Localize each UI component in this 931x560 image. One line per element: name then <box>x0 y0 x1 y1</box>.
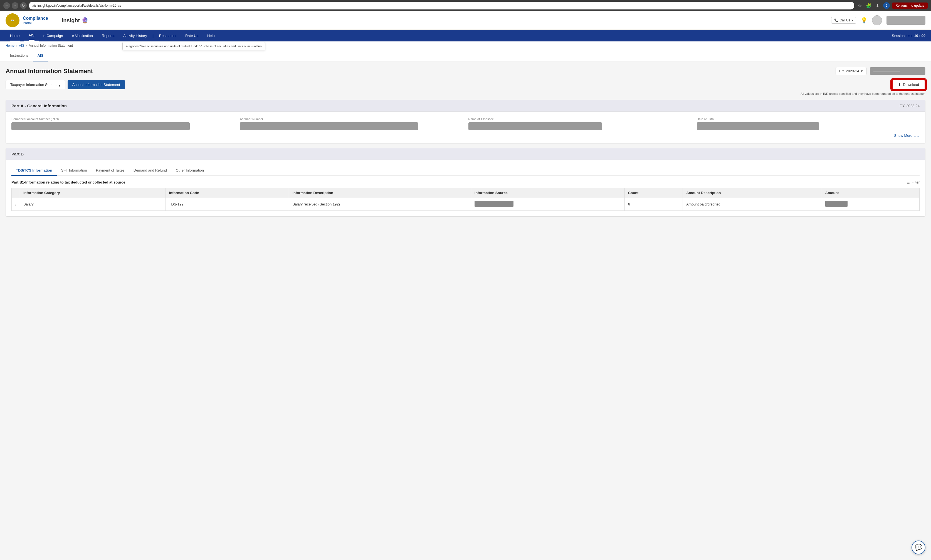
logo-section: 🇮🇳 Compliance Portal Insight 🔮 <box>6 13 88 27</box>
browser-actions: ☆ 🧩 ⬇ J Relaunch to update <box>856 2 928 9</box>
download-button[interactable]: ⬇ Download <box>892 80 925 90</box>
address-bar[interactable]: ais.insight.gov.in/complianceportal/ais/… <box>29 2 854 9</box>
part-a-title: Part A - General Information <box>11 103 67 108</box>
download-icon: ⬇ <box>898 83 901 87</box>
header-right: 📞 Call Us ▾ 💡 <box>831 15 925 25</box>
dob-label: Date of Birth <box>697 117 920 121</box>
nav-item-resources[interactable]: Resources <box>155 30 181 42</box>
browser-chrome: ← → ↻ ais.insight.gov.in/complianceporta… <box>0 0 931 11</box>
section-header-row: Part B1-Information relating to tax dedu… <box>11 180 920 185</box>
portal-sub: Portal <box>23 21 48 25</box>
th-info-description: Information Description <box>289 188 471 198</box>
call-us-button[interactable]: 📞 Call Us ▾ <box>831 17 856 24</box>
part-b-tab-sft[interactable]: SFT Information <box>57 165 91 176</box>
th-info-source: Information Source <box>471 188 625 198</box>
row-amount <box>822 198 919 211</box>
forward-button[interactable]: → <box>12 2 18 9</box>
part-b-tab-payment[interactable]: Payment of Taxes <box>91 165 129 176</box>
bulb-icon[interactable]: 💡 <box>861 17 868 24</box>
user-profile-picture <box>872 15 882 25</box>
call-us-label: Call Us <box>840 18 850 22</box>
nav-item-ecampaign[interactable]: e-Campaign <box>39 30 68 42</box>
breadcrumb-sep1: › <box>16 44 17 48</box>
portal-name-group: Compliance Portal <box>23 15 48 25</box>
table-header-row: Information Category Information Code In… <box>12 188 920 198</box>
sub-tab-annual-statement[interactable]: Annual Information Statement <box>68 80 125 89</box>
nav-item-activityhistory[interactable]: Activity History <box>119 30 151 42</box>
breadcrumb-home[interactable]: Home <box>6 44 14 48</box>
aadhaar-field-group: Aadhaar Number <box>240 117 463 130</box>
aadhaar-value <box>240 122 418 130</box>
reload-button[interactable]: ↻ <box>20 2 27 9</box>
part-b-tab-tds[interactable]: TDS/TCS Information <box>11 165 57 176</box>
pan-field-group: Permanent Account Number (PAN) <box>11 117 234 130</box>
download-manager-icon[interactable]: ⬇ <box>874 2 881 9</box>
phone-icon: 📞 <box>834 18 839 22</box>
vertical-divider <box>55 15 55 26</box>
breadcrumb-current: Annual Information Statement <box>29 44 73 48</box>
source-redacted <box>474 201 514 207</box>
th-expand <box>12 188 20 198</box>
row-code: TDS-192 <box>166 198 289 211</box>
row-description: Salary received (Section 192) <box>289 198 471 211</box>
insight-icon: 🔮 <box>82 17 88 24</box>
inr-note: All values are in INR unless specified a… <box>6 92 925 95</box>
session-time: 19 : 00 <box>914 34 925 38</box>
show-more-label: Show More <box>894 134 913 138</box>
dob-value <box>697 122 819 130</box>
sub-tab-taxpayer-summary[interactable]: Taxpayer Information Summary <box>6 80 65 89</box>
part-a-card: Part A - General Information F.Y. 2023-2… <box>6 100 925 143</box>
fy-chevron-icon: ▾ <box>861 69 863 73</box>
part-b-header: Part B <box>6 148 925 160</box>
fields-grid: Permanent Account Number (PAN) Aadhaar N… <box>11 117 920 130</box>
row-count: 6 <box>625 198 683 211</box>
breadcrumb-bar: Home › AIS › Annual Information Statemen… <box>0 42 931 50</box>
user-avatar[interactable]: J <box>883 2 890 9</box>
name-select[interactable]: ▬▬▬▬▬▬▬▬ ▾ <box>870 67 925 75</box>
part-b-tabs: TDS/TCS Information SFT Information Paym… <box>11 165 920 176</box>
expand-icon[interactable]: › <box>15 202 16 206</box>
breadcrumb-sep2: › <box>26 44 27 48</box>
filter-icon: ☰ <box>906 180 910 185</box>
aadhaar-label: Aadhaar Number <box>240 117 463 121</box>
download-label: Download <box>903 83 919 87</box>
title-controls: F.Y. 2023-24 ▾ ▬▬▬▬▬▬▬▬ ▾ <box>836 67 925 75</box>
nav-item-home[interactable]: Home <box>6 30 24 42</box>
show-more-button[interactable]: Show More ⌄⌄ <box>894 134 920 138</box>
user-name-button[interactable] <box>886 16 925 25</box>
url-text: ais.insight.gov.in/complianceportal/ais/… <box>32 4 121 8</box>
bookmark-icon[interactable]: ☆ <box>856 2 863 9</box>
nav-item-ais[interactable]: AIS <box>24 30 39 42</box>
row-category: Salary <box>20 198 166 211</box>
part-a-fy: F.Y. 2023-24 <box>900 104 920 108</box>
table-row: › Salary TDS-192 Salary received (Sectio… <box>12 198 920 211</box>
show-more-chevron-icon: ⌄⌄ <box>914 134 920 138</box>
nav-bar: Home AIS e-Campaign e-Verification Repor… <box>0 30 931 42</box>
th-amount: Amount <box>822 188 919 198</box>
assessee-field-group: Name of Assessee <box>468 117 691 130</box>
th-info-category: Information Category <box>20 188 166 198</box>
nav-item-help[interactable]: Help <box>203 30 219 42</box>
tab-ais[interactable]: AIS <box>33 50 48 62</box>
part-b-tab-demand[interactable]: Demand and Refund <box>129 165 171 176</box>
support-chat-button[interactable]: 💬 <box>911 540 925 554</box>
relaunch-button[interactable]: Relaunch to update <box>892 3 928 9</box>
fy-select[interactable]: F.Y. 2023-24 ▾ <box>836 67 866 75</box>
extensions-icon[interactable]: 🧩 <box>865 2 872 9</box>
nav-item-rateus[interactable]: Rate Us <box>181 30 203 42</box>
breadcrumb-ais[interactable]: AIS <box>19 44 24 48</box>
session-info: Session time 19 : 00 <box>892 34 925 38</box>
sub-tabs: Taxpayer Information Summary Annual Info… <box>6 80 125 89</box>
nav-item-reports[interactable]: Reports <box>97 30 119 42</box>
session-label: Session time <box>892 34 913 38</box>
part-b-tab-other[interactable]: Other Information <box>171 165 208 176</box>
part-a-body: Permanent Account Number (PAN) Aadhaar N… <box>6 112 925 143</box>
nav-item-everification[interactable]: e-Verification <box>67 30 97 42</box>
call-us-chevron-icon: ▾ <box>851 18 853 22</box>
pan-value <box>11 122 190 130</box>
back-button[interactable]: ← <box>3 2 10 9</box>
part-b-title: Part B <box>11 152 24 156</box>
filter-button[interactable]: ☰ Filter <box>906 180 920 185</box>
row-expand-cell[interactable]: › <box>12 198 20 211</box>
tab-instructions[interactable]: Instructions <box>6 50 33 62</box>
